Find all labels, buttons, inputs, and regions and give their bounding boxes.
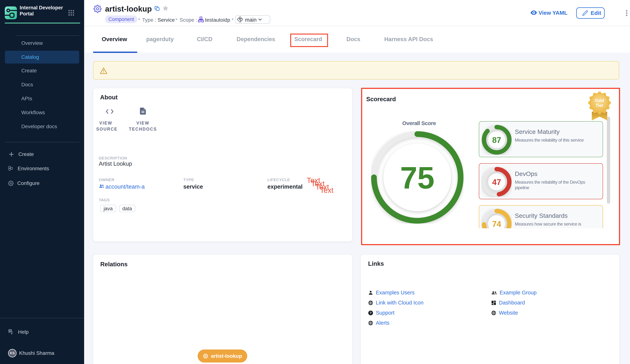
svg-text:?: ? [9, 329, 11, 332]
svg-text:87: 87 [492, 136, 501, 144]
svg-text:74: 74 [492, 220, 501, 228]
svg-text:75: 75 [400, 160, 434, 195]
svg-text:Tier: Tier [596, 103, 603, 108]
svg-text:47: 47 [492, 178, 501, 186]
svg-text:?: ? [370, 311, 372, 314]
svg-text:Gold: Gold [594, 98, 604, 103]
